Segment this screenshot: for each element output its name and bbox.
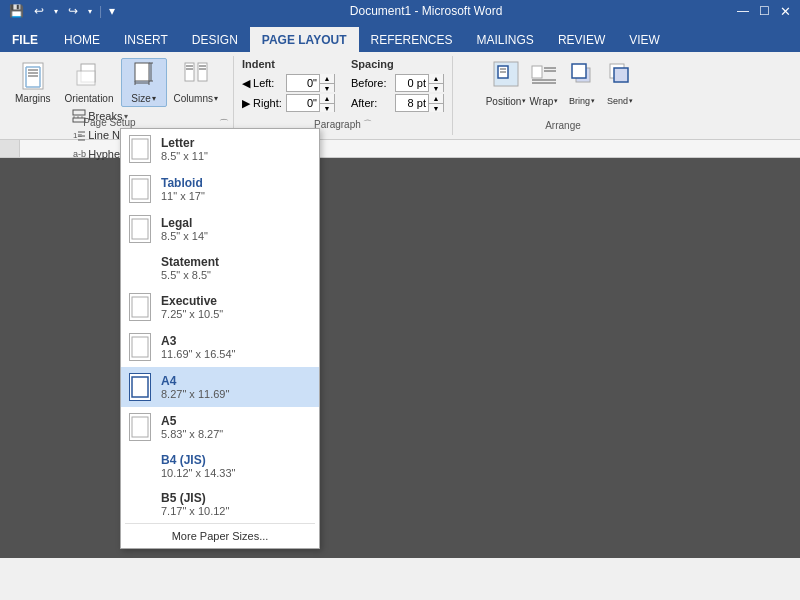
statement-info: Statement 5.5" x 8.5" — [129, 255, 219, 281]
size-item-a4[interactable]: A4 8.27" x 11.69" — [121, 367, 319, 407]
ruler-corner — [0, 140, 20, 157]
indent-right-up[interactable]: ▲ — [320, 94, 334, 103]
a4-info: A4 8.27" x 11.69" — [161, 374, 229, 400]
a4-name: A4 — [161, 374, 229, 388]
group-page-setup: Margins Orientation — [0, 56, 234, 135]
indent-left-input[interactable] — [287, 75, 319, 91]
a5-page-icon — [129, 413, 151, 441]
title-bar-text: Document1 - Microsoft Word — [350, 4, 503, 18]
size-dropdown-menu: Letter 8.5" x 11" Tabloid 11" x 17" Lega… — [120, 128, 320, 549]
paragraph-label-text: Paragraph — [314, 119, 361, 130]
spacing-before-up[interactable]: ▲ — [429, 74, 443, 83]
tabloid-info: Tabloid 11" x 17" — [161, 176, 205, 202]
columns-icon — [180, 61, 212, 93]
svg-rect-10 — [135, 63, 149, 81]
spacing-before-spinbox[interactable]: ▲ ▼ — [395, 74, 444, 92]
statement-name: Statement — [161, 255, 219, 269]
wrap-text-label: Wrap — [530, 96, 554, 107]
bring-forward-icon — [568, 60, 596, 96]
tab-review[interactable]: REVIEW — [546, 27, 617, 52]
size-button[interactable]: Size ▾ — [121, 58, 167, 107]
orientation-button[interactable]: Orientation — [58, 58, 121, 107]
indent-right-down[interactable]: ▼ — [320, 103, 334, 112]
columns-button[interactable]: Columns ▾ — [167, 58, 225, 107]
redo-dropdown-icon[interactable]: ▾ — [85, 6, 95, 17]
size-item-statement[interactable]: Statement 5.5" x 8.5" — [121, 249, 319, 287]
size-item-a5[interactable]: A5 5.83" x 8.27" — [121, 407, 319, 447]
size-item-a3[interactable]: A3 11.69" x 16.54" — [121, 327, 319, 367]
margins-button[interactable]: Margins — [8, 58, 58, 107]
tab-mailings[interactable]: MAILINGS — [465, 27, 546, 52]
spacing-before-input[interactable] — [396, 75, 428, 91]
indent-left-up[interactable]: ▲ — [320, 74, 334, 83]
position-button[interactable]: Position ▾ — [488, 58, 524, 108]
tab-home[interactable]: HOME — [52, 27, 112, 52]
spacing-after-label: After: — [351, 97, 391, 109]
statement-dim: 5.5" x 8.5" — [161, 269, 219, 281]
indent-right-spinbox[interactable]: ▲ ▼ — [286, 94, 335, 112]
size-item-executive[interactable]: Executive 7.25" x 10.5" — [121, 287, 319, 327]
tab-references[interactable]: REFERENCES — [359, 27, 465, 52]
legal-page-icon — [129, 215, 151, 243]
redo-icon[interactable]: ↪ — [65, 3, 81, 19]
send-backward-button[interactable]: Send ▾ — [602, 58, 638, 108]
size-item-tabloid[interactable]: Tabloid 11" x 17" — [121, 169, 319, 209]
svg-rect-46 — [132, 219, 148, 239]
letter-page-icon — [129, 135, 151, 163]
letter-dim: 8.5" x 11" — [161, 150, 208, 162]
spacing-after-spinbox[interactable]: ▲ ▼ — [395, 94, 444, 112]
tabloid-dim: 11" x 17" — [161, 190, 205, 202]
group-arrange: Position ▾ Wrap ▾ — [453, 56, 673, 135]
spacing-section: Spacing Before: ▲ ▼ After: — [351, 58, 444, 126]
tab-view[interactable]: VIEW — [617, 27, 672, 52]
spacing-after-up[interactable]: ▲ — [429, 94, 443, 103]
more-paper-sizes-button[interactable]: More Paper Sizes... — [121, 524, 319, 548]
save-icon[interactable]: 💾 — [6, 3, 27, 19]
size-item-b4jis[interactable]: B4 (JIS) 10.12" x 14.33" — [121, 447, 319, 485]
svg-rect-23 — [73, 110, 85, 115]
wrap-text-button[interactable]: Wrap ▾ — [526, 58, 562, 108]
indent-right-input[interactable] — [287, 95, 319, 111]
tab-pagelayout[interactable]: PAGE LAYOUT — [250, 27, 359, 52]
margins-label: Margins — [15, 93, 51, 104]
b5jis-name: B5 (JIS) — [161, 491, 229, 505]
indent-section: Indent ◀ Left: ▲ ▼ ▶ Right: — [242, 58, 335, 126]
indent-left-down[interactable]: ▼ — [320, 83, 334, 92]
arrange-group-label: Arrange — [453, 120, 673, 131]
a4-dim: 8.27" x 11.69" — [161, 388, 229, 400]
undo-icon[interactable]: ↩ — [31, 3, 47, 19]
customize-qa-icon[interactable]: ▾ — [106, 3, 118, 19]
undo-dropdown-icon[interactable]: ▾ — [51, 6, 61, 17]
spacing-after-input[interactable] — [396, 95, 428, 111]
bring-forward-label: Bring — [569, 96, 590, 106]
tab-insert[interactable]: INSERT — [112, 27, 180, 52]
b5jis-info: B5 (JIS) 7.17" x 10.12" — [129, 491, 229, 517]
indent-left-spinbox[interactable]: ▲ ▼ — [286, 74, 335, 92]
position-icon — [492, 60, 520, 96]
legal-name: Legal — [161, 216, 208, 230]
spacing-before-down[interactable]: ▼ — [429, 83, 443, 92]
bring-forward-button[interactable]: Bring ▾ — [564, 58, 600, 108]
svg-rect-43 — [614, 68, 628, 82]
close-icon[interactable]: ✕ — [777, 3, 794, 20]
maximize-icon[interactable]: ☐ — [756, 3, 773, 19]
svg-rect-49 — [132, 377, 148, 397]
size-item-b5jis[interactable]: B5 (JIS) 7.17" x 10.12" — [121, 485, 319, 523]
size-item-letter[interactable]: Letter 8.5" x 11" — [121, 129, 319, 169]
ribbon-tab-row: FILE HOME INSERT DESIGN PAGE LAYOUT REFE… — [0, 22, 800, 52]
spacing-after-down[interactable]: ▼ — [429, 103, 443, 112]
a3-dim: 11.69" x 16.54" — [161, 348, 235, 360]
svg-rect-9 — [77, 71, 95, 85]
minimize-icon[interactable]: — — [734, 3, 752, 19]
letter-name: Letter — [161, 136, 208, 150]
paragraph-dialog-launcher[interactable]: ⌒ — [363, 118, 372, 131]
a5-name: A5 — [161, 414, 223, 428]
tab-design[interactable]: DESIGN — [180, 27, 250, 52]
wrap-text-icon — [530, 60, 558, 96]
size-item-legal[interactable]: Legal 8.5" x 14" — [121, 209, 319, 249]
svg-rect-41 — [572, 64, 586, 78]
quick-access-toolbar: 💾 ↩ ▾ ↪ ▾ | ▾ Document1 - Microsoft Word… — [0, 0, 800, 22]
tab-file[interactable]: FILE — [0, 27, 50, 52]
margins-icon — [17, 61, 49, 93]
spacing-after-arrows: ▲ ▼ — [428, 94, 443, 112]
